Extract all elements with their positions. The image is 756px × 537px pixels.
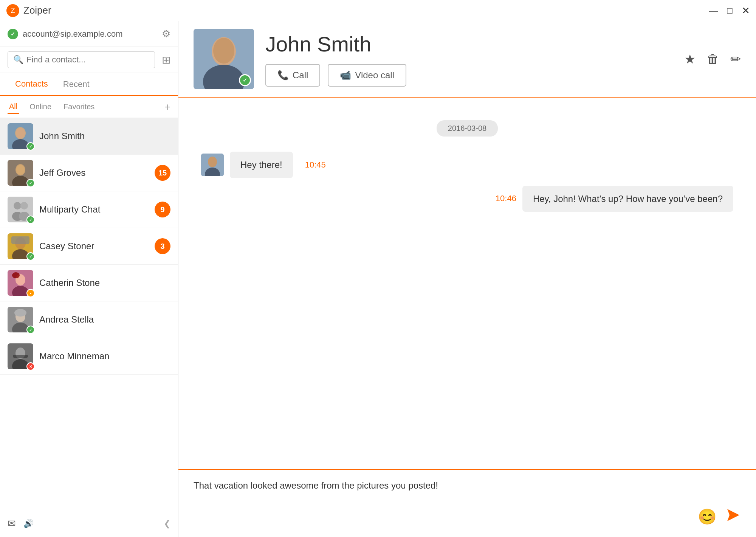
titlebar-left: Z Zoiper bbox=[6, 4, 51, 17]
badge-casey: 3 bbox=[155, 238, 170, 254]
search-input-wrap: 🔍 bbox=[8, 51, 155, 68]
message-row-sent: 10:46 Hey, John! What’s up? How have you… bbox=[201, 186, 733, 212]
contact-list: John Smith Jeff Groves 15 bbox=[0, 118, 178, 510]
svg-point-34 bbox=[213, 38, 234, 64]
svg-point-9 bbox=[16, 165, 25, 175]
status-indicator-jeff bbox=[26, 179, 35, 187]
contact-avatar-large bbox=[194, 29, 254, 89]
input-actions: 😊 bbox=[194, 508, 741, 526]
message-row-received: Hey there! 10:45 bbox=[201, 152, 733, 178]
filter-all[interactable]: All bbox=[8, 100, 19, 114]
main-layout: account@sip.example.com ⚙ 🔍 ⊞ Contacts R… bbox=[0, 21, 756, 537]
tab-contacts[interactable]: Contacts bbox=[8, 73, 56, 96]
avatar-wrap-marco bbox=[8, 343, 33, 369]
contact-item-casey-stoner[interactable]: Casey Stoner 3 bbox=[0, 228, 178, 265]
search-icon: 🔍 bbox=[13, 55, 23, 65]
svg-point-36 bbox=[208, 157, 217, 167]
titlebar: Z Zoiper — □ ✕ bbox=[0, 0, 756, 21]
status-indicator-casey bbox=[26, 252, 35, 261]
volume-icon[interactable]: 🔊 bbox=[23, 519, 34, 529]
message-time-received: 10:45 bbox=[305, 160, 326, 170]
badge-multiparty: 9 bbox=[155, 202, 170, 217]
status-indicator-andrea bbox=[26, 326, 35, 334]
grid-icon[interactable]: ⊞ bbox=[162, 54, 170, 66]
contact-name-andrea: Andrea Stella bbox=[39, 314, 170, 325]
contact-name-catherin: Catherin Stone bbox=[39, 278, 170, 288]
edit-icon[interactable]: ✏ bbox=[730, 51, 741, 67]
send-button[interactable] bbox=[726, 508, 741, 526]
contact-name-casey: Casey Stoner bbox=[39, 241, 149, 251]
svg-point-22 bbox=[12, 272, 20, 278]
account-bar: account@sip.example.com ⚙ bbox=[0, 21, 178, 47]
avatar-wrap-catherin bbox=[8, 270, 33, 296]
main-tabs: Contacts Recent bbox=[0, 73, 178, 96]
received-wrapper: Hey there! 10:45 bbox=[201, 152, 733, 178]
contact-item-multiparty[interactable]: Multiparty Chat 9 bbox=[0, 191, 178, 228]
video-call-button[interactable]: 📹 Video call bbox=[328, 64, 406, 87]
filter-favorites[interactable]: Favorites bbox=[62, 100, 96, 113]
minimize-button[interactable]: — bbox=[709, 6, 718, 16]
contact-name-jeff: Jeff Groves bbox=[39, 168, 149, 178]
search-input[interactable] bbox=[26, 55, 149, 65]
contact-info-header: John Smith 📞 Call 📹 Video call bbox=[265, 32, 406, 87]
contact-item-marco-minneman[interactable]: Marco Minneman bbox=[0, 338, 178, 375]
svg-rect-17 bbox=[11, 236, 29, 244]
call-buttons: 📞 Call 📹 Video call bbox=[265, 64, 406, 87]
app-title: Zoiper bbox=[23, 5, 51, 16]
sidebar-bottom: ✉ 🔊 ❮ bbox=[0, 510, 178, 537]
contact-item-andrea-stella[interactable]: Andrea Stella bbox=[0, 301, 178, 338]
phone-icon: 📞 bbox=[277, 70, 289, 81]
svg-rect-30 bbox=[13, 355, 28, 358]
chat-contact-name: John Smith bbox=[265, 32, 406, 56]
gear-icon[interactable]: ⚙ bbox=[162, 28, 170, 40]
sent-wrapper: 10:46 Hey, John! What’s up? How have you… bbox=[201, 186, 733, 212]
avatar-wrap-casey bbox=[8, 233, 33, 259]
status-indicator-john bbox=[26, 142, 35, 151]
status-indicator-catherin bbox=[26, 289, 35, 297]
svg-marker-38 bbox=[727, 509, 739, 521]
contact-item-catherin-stone[interactable]: Catherin Stone bbox=[0, 265, 178, 301]
message-input[interactable] bbox=[194, 480, 741, 501]
video-icon: 📹 bbox=[340, 70, 351, 81]
filter-tabs: All Online Favorites + bbox=[0, 96, 178, 118]
chat-avatar-status-online bbox=[239, 74, 251, 86]
messages-area: 2016-03-08 Hey there! 10:45 bbox=[178, 98, 756, 469]
call-label: Call bbox=[293, 70, 308, 81]
contact-name-john: John Smith bbox=[39, 131, 170, 141]
message-bubble-received: Hey there! bbox=[230, 152, 293, 178]
video-call-label: Video call bbox=[355, 70, 394, 81]
input-area: 😊 bbox=[178, 469, 756, 537]
call-button[interactable]: 📞 Call bbox=[265, 64, 320, 87]
msg-avatar-john bbox=[201, 154, 224, 176]
add-contact-button[interactable]: + bbox=[164, 101, 170, 113]
message-time-sent: 10:46 bbox=[496, 194, 516, 203]
contact-item-john-smith[interactable]: John Smith bbox=[0, 118, 178, 155]
account-email: account@sip.example.com bbox=[23, 29, 122, 39]
date-divider: 2016-03-08 bbox=[437, 120, 498, 137]
emoji-button[interactable]: 😊 bbox=[698, 508, 717, 526]
maximize-button[interactable]: □ bbox=[727, 6, 733, 16]
chat-area: John Smith 📞 Call 📹 Video call ★ bbox=[178, 21, 756, 537]
titlebar-controls: — □ ✕ bbox=[709, 6, 750, 16]
svg-point-11 bbox=[14, 202, 21, 210]
filter-online[interactable]: Online bbox=[28, 100, 53, 113]
collapse-icon[interactable]: ❮ bbox=[164, 519, 170, 529]
star-icon[interactable]: ★ bbox=[684, 51, 696, 67]
send-icon bbox=[726, 508, 741, 523]
app-logo-icon: Z bbox=[6, 4, 20, 17]
chat-header-actions: ★ 🗑 ✏ bbox=[684, 51, 741, 67]
account-status-indicator bbox=[8, 29, 18, 39]
avatar-wrap-multiparty bbox=[8, 197, 33, 222]
contact-name-marco: Marco Minneman bbox=[39, 351, 170, 362]
contact-item-jeff-groves[interactable]: Jeff Groves 15 bbox=[0, 155, 178, 191]
email-icon[interactable]: ✉ bbox=[8, 518, 16, 529]
search-bar: 🔍 ⊞ bbox=[0, 47, 178, 73]
close-button[interactable]: ✕ bbox=[742, 6, 750, 16]
avatar-wrap-jeff bbox=[8, 160, 33, 186]
svg-text:Z: Z bbox=[11, 7, 15, 14]
delete-icon[interactable]: 🗑 bbox=[707, 52, 719, 66]
sidebar: account@sip.example.com ⚙ 🔍 ⊞ Contacts R… bbox=[0, 21, 178, 537]
bottom-icons: ✉ 🔊 bbox=[8, 518, 34, 529]
tab-recent[interactable]: Recent bbox=[56, 73, 97, 95]
badge-jeff: 15 bbox=[155, 165, 170, 181]
